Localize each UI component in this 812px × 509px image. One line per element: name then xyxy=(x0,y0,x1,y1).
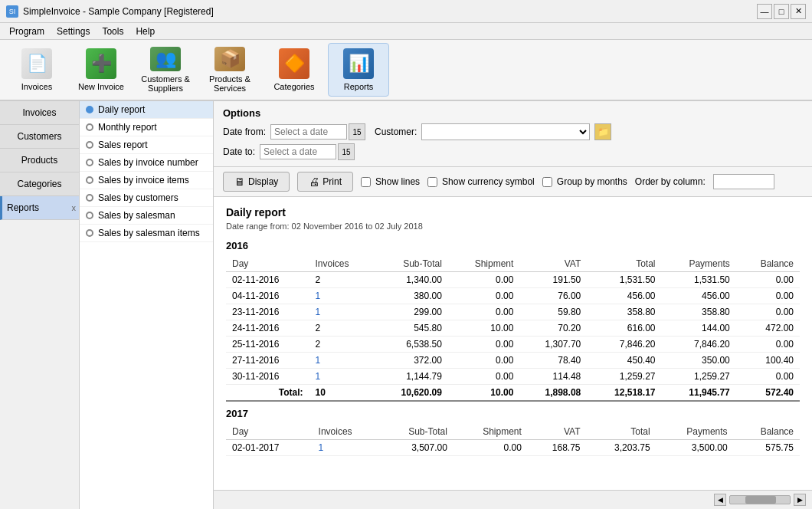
cell-value: 1,531.50 xyxy=(661,272,735,288)
sidebar-item-products[interactable]: Products xyxy=(0,149,79,172)
scroll-track[interactable] xyxy=(729,495,791,504)
window-controls[interactable]: — □ ✕ xyxy=(757,4,806,19)
cell-day: 23-11-2016 xyxy=(226,304,309,320)
cell-value: 299.00 xyxy=(374,304,448,320)
report-list-item-by-number[interactable]: Sales by invoice number xyxy=(80,154,213,172)
display-button[interactable]: 🖥 Display xyxy=(223,172,290,192)
col-header-payments: Payments xyxy=(661,256,735,272)
cell-invoices[interactable]: 1 xyxy=(313,440,379,456)
sidebar-item-reports[interactable]: Reports x xyxy=(0,196,79,220)
date-to-label: Date to: xyxy=(223,146,255,157)
total-cell: 12,518.17 xyxy=(587,385,661,402)
customer-folder-button[interactable]: 📁 xyxy=(594,123,611,140)
show-currency-checkbox-group[interactable]: Show currency symbol xyxy=(427,176,535,187)
report-list-item-by-salesman-items[interactable]: Sales by salesman items xyxy=(80,225,213,242)
cell-day: 04-11-2016 xyxy=(226,288,309,304)
show-currency-checkbox[interactable] xyxy=(427,177,437,187)
scroll-right-button[interactable]: ▶ xyxy=(794,494,806,506)
table-row: 02-11-201621,340.000.00191.501,531.501,5… xyxy=(226,272,800,288)
date-from-text[interactable] xyxy=(270,124,347,140)
cell-value: 372.00 xyxy=(374,353,448,369)
date-from-calendar-button[interactable]: 15 xyxy=(349,123,365,140)
total-cell: 10 xyxy=(309,385,373,402)
report-list-item-sales[interactable]: Sales report xyxy=(80,136,213,154)
display-icon: 🖥 xyxy=(234,176,245,188)
cell-invoices[interactable]: 1 xyxy=(309,369,373,385)
cell-value: 575.75 xyxy=(734,440,800,456)
cell-value: 0.00 xyxy=(736,288,800,304)
cell-value: 144.00 xyxy=(661,320,735,337)
toolbar-reports[interactable]: 📊 Reports xyxy=(328,43,389,97)
table-row: 02-01-201713,507.000.00168.753,203.753,5… xyxy=(226,440,800,456)
cell-value: 3,500.00 xyxy=(656,440,734,456)
radio-dot-daily xyxy=(86,106,93,113)
customer-select[interactable] xyxy=(421,123,590,140)
date-to-calendar-button[interactable]: 15 xyxy=(338,143,355,160)
cell-value: 191.50 xyxy=(519,272,587,288)
menu-tools[interactable]: Tools xyxy=(96,25,129,38)
app-icon: SI xyxy=(6,5,18,18)
content-area: Options Date from: 15 Customer: 📁 D xyxy=(214,101,812,509)
col-header-sub-total: Sub-Total xyxy=(379,424,453,440)
report-list-item-monthly[interactable]: Monthly report xyxy=(80,119,213,136)
date-to-text[interactable] xyxy=(260,144,336,159)
cell-invoices[interactable]: 1 xyxy=(309,353,373,369)
toolbar: 📄 Invoices ➕ New Invoice 👥 Customers & S… xyxy=(0,40,812,101)
order-col-input[interactable] xyxy=(713,174,774,189)
year-header-2017: 2017 xyxy=(226,408,800,419)
toolbar-products[interactable]: 📦 Products & Services xyxy=(199,43,260,97)
close-reports-tab-button[interactable]: x xyxy=(72,203,77,212)
report-item-label-by-salesman: Sales by salesman xyxy=(98,210,175,221)
cell-invoices[interactable]: 1 xyxy=(309,288,373,304)
cell-value: 0.00 xyxy=(448,288,519,304)
cell-value: 0.00 xyxy=(736,304,800,320)
report-list-item-by-items[interactable]: Sales by invoice items xyxy=(80,172,213,189)
total-cell: 11,945.77 xyxy=(661,385,735,402)
toolbar-customers[interactable]: 👥 Customers & Suppliers xyxy=(135,43,196,97)
report-list-item-by-customers[interactable]: Sales by customers xyxy=(80,189,213,207)
group-months-checkbox-group[interactable]: Group by months xyxy=(542,176,627,187)
cell-value: 0.00 xyxy=(448,353,519,369)
show-currency-label: Show currency symbol xyxy=(442,176,535,187)
cell-invoices[interactable]: 1 xyxy=(309,304,373,320)
show-lines-checkbox[interactable] xyxy=(361,177,371,187)
toolbar-new-invoice[interactable]: ➕ New Invoice xyxy=(70,43,132,97)
group-months-checkbox[interactable] xyxy=(542,177,552,187)
report-list-item-daily[interactable]: Daily report xyxy=(80,101,213,119)
sidebar-item-categories[interactable]: Categories xyxy=(0,172,79,196)
radio-dot-by-customers xyxy=(86,194,93,202)
scroll-thumb[interactable] xyxy=(745,496,776,504)
cell-value: 616.00 xyxy=(587,320,661,337)
minimize-button[interactable]: — xyxy=(757,4,772,19)
maximize-button[interactable]: □ xyxy=(774,4,789,19)
toolbar-invoices[interactable]: 📄 Invoices xyxy=(6,43,67,97)
menu-help[interactable]: Help xyxy=(129,25,161,38)
year-header-2016: 2016 xyxy=(226,240,800,251)
cell-value: 472.00 xyxy=(736,320,800,337)
cell-value: 456.00 xyxy=(661,288,735,304)
cell-value: 59.80 xyxy=(519,304,587,320)
toolbar-categories[interactable]: 🔶 Categories xyxy=(264,43,325,97)
action-bar: 🖥 Display 🖨 Print Show lines Show curren… xyxy=(214,167,812,197)
cell-value: 114.48 xyxy=(519,369,587,385)
scroll-left-button[interactable]: ◀ xyxy=(714,494,726,506)
cell-day: 02-01-2017 xyxy=(226,440,313,456)
cell-value: 6,538.50 xyxy=(374,337,448,353)
menu-program[interactable]: Program xyxy=(3,25,51,38)
sidebar-item-customers[interactable]: Customers xyxy=(0,125,79,149)
toolbar-categories-label: Categories xyxy=(273,82,314,91)
menu-settings[interactable]: Settings xyxy=(51,25,96,38)
col-header-total: Total xyxy=(587,256,661,272)
toolbar-products-label: Products & Services xyxy=(203,74,257,93)
cell-value: 0.00 xyxy=(736,337,800,353)
print-button[interactable]: 🖨 Print xyxy=(297,172,353,192)
close-button[interactable]: ✕ xyxy=(791,4,806,19)
col-header-invoices: Invoices xyxy=(313,424,379,440)
report-list-item-by-salesman[interactable]: Sales by salesman xyxy=(80,207,213,225)
customers-icon: 👥 xyxy=(150,47,181,71)
table-row: 24-11-20162545.8010.0070.20616.00144.004… xyxy=(226,320,800,337)
sidebar-reports-label: Reports xyxy=(7,202,39,213)
toolbar-new-invoice-label: New Invoice xyxy=(78,82,124,91)
show-lines-checkbox-group[interactable]: Show lines xyxy=(361,176,420,187)
sidebar-item-invoices[interactable]: Invoices xyxy=(0,101,79,125)
